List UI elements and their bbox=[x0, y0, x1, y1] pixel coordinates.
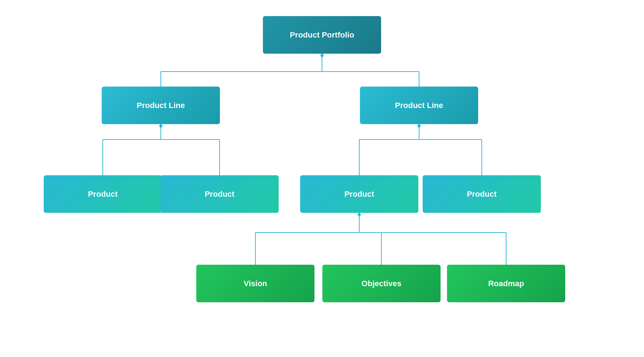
node-vision: Vision bbox=[196, 265, 314, 302]
node-product-rl: Product bbox=[300, 175, 418, 213]
objectives-label: Objectives bbox=[361, 279, 401, 288]
roadmap-label: Roadmap bbox=[488, 279, 524, 288]
node-roadmap: Roadmap bbox=[447, 265, 565, 302]
line-right-label: Product Line bbox=[395, 101, 443, 110]
svg-marker-26 bbox=[357, 212, 361, 217]
node-product-line-right: Product Line bbox=[360, 87, 478, 124]
line-left-label: Product Line bbox=[137, 101, 185, 110]
node-portfolio: Product Portfolio bbox=[263, 16, 381, 54]
product-rl-label: Product bbox=[344, 190, 374, 199]
portfolio-label: Product Portfolio bbox=[290, 30, 354, 40]
node-objectives: Objectives bbox=[322, 265, 441, 302]
svg-marker-18 bbox=[417, 123, 421, 128]
product-rr-label: Product bbox=[467, 190, 496, 199]
node-product-lr: Product bbox=[160, 175, 279, 213]
svg-marker-11 bbox=[159, 123, 163, 128]
diagram-container: Product Portfolio Product Line Product L… bbox=[0, 0, 644, 357]
vision-label: Vision bbox=[244, 279, 267, 288]
node-product-rr: Product bbox=[423, 175, 541, 213]
node-product-ll: Product bbox=[44, 175, 162, 213]
product-ll-label: Product bbox=[88, 190, 117, 199]
svg-marker-4 bbox=[320, 53, 324, 58]
product-lr-label: Product bbox=[205, 190, 234, 199]
node-product-line-left: Product Line bbox=[102, 87, 220, 124]
